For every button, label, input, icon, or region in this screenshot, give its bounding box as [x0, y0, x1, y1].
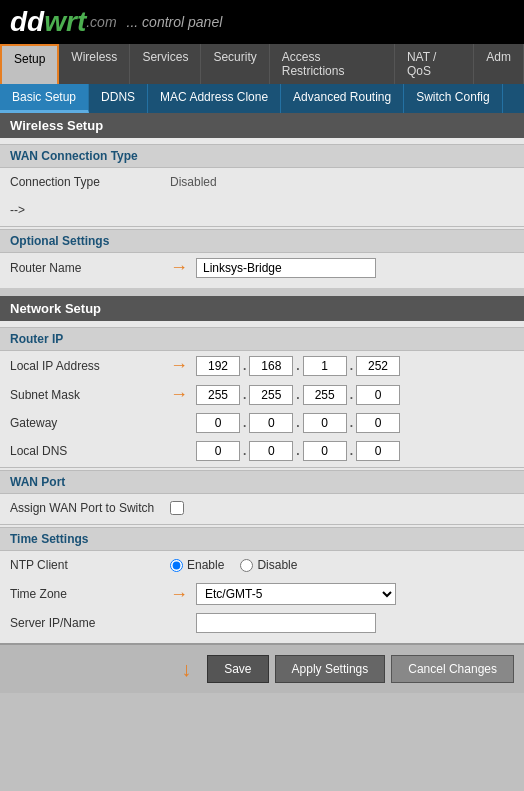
local-ip-label: Local IP Address — [10, 359, 170, 373]
gateway-label: Gateway — [10, 416, 170, 430]
local-ip-row: Local IP Address → . . . — [0, 351, 524, 380]
wan-port-subsection: WAN Port — [0, 470, 524, 494]
header: ddwrt.com ... control panel — [0, 0, 524, 44]
router-name-row: Router Name → — [0, 253, 524, 282]
optional-settings-subsection: Optional Settings — [0, 229, 524, 253]
logo-com: .com — [86, 14, 116, 30]
content: Wireless Setup WAN Connection Type Conne… — [0, 113, 524, 693]
wan-arrow-row: --> — [0, 196, 524, 224]
local-ip-4[interactable] — [356, 356, 400, 376]
logo-cp: ... control panel — [127, 14, 223, 30]
subnet-mask-arrow: → — [170, 384, 188, 405]
router-name-label: Router Name — [10, 261, 170, 275]
connection-type-value: Disabled — [170, 175, 217, 189]
time-zone-arrow: → — [170, 584, 188, 605]
gateway-group: . . . — [196, 413, 400, 433]
gateway-2[interactable] — [249, 413, 293, 433]
wan-port-checkbox[interactable] — [170, 501, 184, 515]
ntp-enable-label: Enable — [187, 558, 224, 572]
server-ip-input[interactable] — [196, 613, 376, 633]
subnet-3[interactable] — [303, 385, 347, 405]
cancel-changes-button[interactable]: Cancel Changes — [391, 655, 514, 683]
connection-type-label: Connection Type — [10, 175, 170, 189]
subnet-2[interactable] — [249, 385, 293, 405]
server-ip-label: Server IP/Name — [10, 616, 170, 630]
wan-port-row: Assign WAN Port to Switch — [0, 494, 524, 522]
wireless-setup-header: Wireless Setup — [0, 113, 524, 138]
save-button[interactable]: Save — [207, 655, 268, 683]
local-dns-1[interactable] — [196, 441, 240, 461]
nav-item-adm[interactable]: Adm — [474, 44, 524, 84]
wan-port-label: Assign WAN Port to Switch — [10, 501, 170, 515]
ntp-radio-group: Enable Disable — [170, 558, 309, 572]
local-ip-1[interactable] — [196, 356, 240, 376]
ntp-client-row: NTP Client Enable Disable — [0, 551, 524, 579]
router-name-input[interactable] — [196, 258, 376, 278]
nav-item-wireless[interactable]: Wireless — [59, 44, 130, 84]
wan-arrow: --> — [10, 203, 170, 217]
nav-item-access[interactable]: Access Restrictions — [270, 44, 395, 84]
nav-item-setup[interactable]: Setup — [0, 44, 59, 84]
top-nav: Setup Wireless Services Security Access … — [0, 44, 524, 84]
arrow-down-indicator: ↓ — [181, 658, 191, 681]
local-dns-3[interactable] — [303, 441, 347, 461]
network-setup-header: Network Setup — [0, 296, 524, 321]
local-dns-4[interactable] — [356, 441, 400, 461]
local-ip-group: . . . — [196, 356, 400, 376]
subnet-mask-row: Subnet Mask → . . . — [0, 380, 524, 409]
subnet-4[interactable] — [356, 385, 400, 405]
subnav-basic-setup[interactable]: Basic Setup — [0, 84, 89, 113]
time-settings-subsection: Time Settings — [0, 527, 524, 551]
router-name-arrow: → — [170, 257, 188, 278]
gateway-row: Gateway . . . — [0, 409, 524, 437]
ntp-client-label: NTP Client — [10, 558, 170, 572]
server-ip-row: Server IP/Name — [0, 609, 524, 637]
subnav-advanced-routing[interactable]: Advanced Routing — [281, 84, 404, 113]
local-dns-2[interactable] — [249, 441, 293, 461]
nav-item-nat[interactable]: NAT / QoS — [395, 44, 474, 84]
gateway-3[interactable] — [303, 413, 347, 433]
sub-nav: Basic Setup DDNS MAC Address Clone Advan… — [0, 84, 524, 113]
local-ip-2[interactable] — [249, 356, 293, 376]
time-zone-row: Time Zone → Etc/GMT-5 Etc/GMT Etc/GMT+1 … — [0, 579, 524, 609]
subnav-mac-clone[interactable]: MAC Address Clone — [148, 84, 281, 113]
time-zone-select[interactable]: Etc/GMT-5 Etc/GMT Etc/GMT+1 Etc/GMT-1 Am… — [196, 583, 396, 605]
ntp-enable-radio[interactable] — [170, 559, 183, 572]
logo-dd: dd — [10, 6, 44, 38]
button-bar: ↓ Save Apply Settings Cancel Changes — [0, 643, 524, 693]
subnav-switch-config[interactable]: Switch Config — [404, 84, 502, 113]
nav-item-services[interactable]: Services — [130, 44, 201, 84]
time-zone-label: Time Zone — [10, 587, 170, 601]
ntp-disable-label: Disable — [257, 558, 297, 572]
logo-wrt: wrt — [44, 6, 86, 38]
apply-settings-button[interactable]: Apply Settings — [275, 655, 386, 683]
wan-connection-subsection: WAN Connection Type — [0, 144, 524, 168]
ntp-disable-radio[interactable] — [240, 559, 253, 572]
connection-type-row: Connection Type Disabled — [0, 168, 524, 196]
subnet-mask-group: . . . — [196, 385, 400, 405]
local-dns-label: Local DNS — [10, 444, 170, 458]
local-ip-arrow: → — [170, 355, 188, 376]
local-dns-row: Local DNS . . . — [0, 437, 524, 465]
gateway-1[interactable] — [196, 413, 240, 433]
local-dns-group: . . . — [196, 441, 400, 461]
subnet-1[interactable] — [196, 385, 240, 405]
gateway-4[interactable] — [356, 413, 400, 433]
nav-item-security[interactable]: Security — [201, 44, 269, 84]
router-ip-subsection: Router IP — [0, 327, 524, 351]
subnav-ddns[interactable]: DDNS — [89, 84, 148, 113]
local-ip-3[interactable] — [303, 356, 347, 376]
subnet-mask-label: Subnet Mask — [10, 388, 170, 402]
